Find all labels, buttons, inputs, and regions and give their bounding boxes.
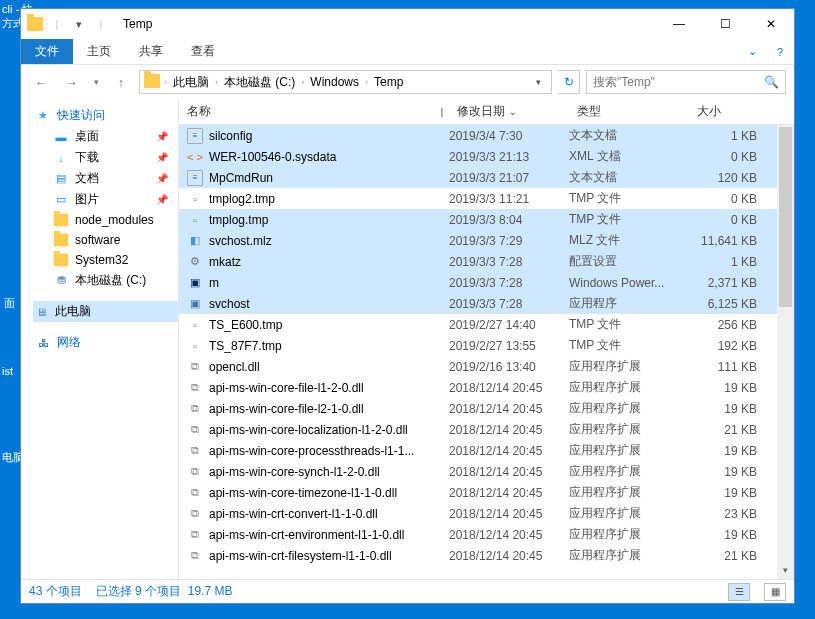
file-row[interactable]: ⧉api-ms-win-crt-filesystem-l1-1-0.dll201… [179, 545, 794, 566]
breadcrumb-windows[interactable]: Windows [308, 75, 361, 89]
tab-home[interactable]: 主页 [73, 39, 125, 64]
file-row[interactable]: ⧉api-ms-win-core-file-l1-2-0.dll2018/12/… [179, 377, 794, 398]
maximize-button[interactable]: ☐ [702, 9, 748, 39]
file-row[interactable]: ⚙mkatz2019/3/3 7:28配置设置1 KB [179, 251, 794, 272]
column-name[interactable]: 名称| [179, 103, 449, 120]
file-date: 2019/3/3 7:28 [449, 276, 569, 290]
sidebar-item[interactable]: ↓下载📌 [35, 147, 178, 168]
pin-icon: 📌 [156, 194, 168, 205]
file-date: 2019/3/3 7:28 [449, 255, 569, 269]
file-size: 19 KB [689, 444, 769, 458]
tab-file[interactable]: 文件 [21, 39, 73, 64]
breadcrumb-sep: › [301, 77, 304, 87]
view-icons-button[interactable]: ▦ [764, 583, 786, 601]
file-row[interactable]: ⧉api-ms-win-crt-convert-l1-1-0.dll2018/1… [179, 503, 794, 524]
file-row[interactable]: ▫TS_E600.tmp2019/2/27 14:40TMP 文件256 KB [179, 314, 794, 335]
sidebar-item-label: 图片 [75, 191, 99, 208]
qat-dropdown[interactable]: ▾ [71, 16, 87, 32]
tab-share[interactable]: 共享 [125, 39, 177, 64]
file-row[interactable]: ▣m2019/3/3 7:28Windows Power...2,371 KB [179, 272, 794, 293]
file-row[interactable]: ▫tmplog.tmp2019/3/3 8:04TMP 文件0 KB [179, 209, 794, 230]
folder-icon [144, 74, 160, 91]
sidebar-item[interactable]: ▬桌面📌 [35, 126, 178, 147]
breadcrumb-root[interactable]: 此电脑 [171, 74, 211, 91]
file-name: TS_E600.tmp [209, 318, 282, 332]
close-button[interactable]: ✕ [748, 9, 794, 39]
file-date: 2019/3/3 7:29 [449, 234, 569, 248]
up-button[interactable]: ↑ [109, 70, 133, 94]
star-icon: ★ [35, 108, 51, 124]
status-bar: 43 个项目 已选择 9 个项目 19.7 MB ☰ ▦ [21, 579, 794, 603]
sidebar-item[interactable]: ⛃本地磁盘 (C:) [35, 270, 178, 291]
file-name: api-ms-win-core-timezone-l1-1-0.dll [209, 486, 397, 500]
file-row[interactable]: ⧉api-ms-win-core-synch-l1-2-0.dll2018/12… [179, 461, 794, 482]
file-name: mkatz [209, 255, 241, 269]
file-row[interactable]: ⧉api-ms-win-core-processthreads-l1-1...2… [179, 440, 794, 461]
file-row[interactable]: ⧉opencl.dll2019/2/16 13:40应用程序扩展111 KB [179, 356, 794, 377]
scrollbar-vertical[interactable]: ▴ ▾ [777, 125, 794, 579]
file-row[interactable]: < >WER-100546-0.sysdata2019/3/3 21:13XML… [179, 146, 794, 167]
file-date: 2019/3/4 7:30 [449, 129, 569, 143]
sidebar-quick-label: 快速访问 [57, 107, 105, 124]
pin-icon: 📌 [156, 131, 168, 142]
file-name: TS_87F7.tmp [209, 339, 282, 353]
tab-view[interactable]: 查看 [177, 39, 229, 64]
file-row[interactable]: ≡silconfig2019/3/4 7:30文本文檔1 KB [179, 125, 794, 146]
view-details-button[interactable]: ☰ [728, 583, 750, 601]
column-type[interactable]: 类型 [569, 103, 689, 120]
scrollbar-thumb[interactable] [779, 127, 792, 307]
file-size: 21 KB [689, 549, 769, 563]
file-name: tmplog2.tmp [209, 192, 275, 206]
column-size[interactable]: 大小 [689, 103, 769, 120]
minimize-button[interactable]: — [656, 9, 702, 39]
file-row[interactable]: ≡MpCmdRun2019/3/3 21:07文本文檔120 KB [179, 167, 794, 188]
ribbon-expand-icon[interactable]: ⌄ [738, 39, 766, 64]
sidebar-this-pc[interactable]: 🖥 此电脑 [33, 301, 178, 322]
sidebar-item[interactable]: System32 [35, 250, 178, 270]
file-date: 2018/12/14 20:45 [449, 444, 569, 458]
file-icon: ▣ [187, 296, 203, 312]
file-date: 2018/12/14 20:45 [449, 486, 569, 500]
file-size: 19 KB [689, 465, 769, 479]
file-row[interactable]: ◧svchost.mlz2019/3/3 7:29MLZ 文件11,641 KB [179, 230, 794, 251]
file-row[interactable]: ⧉api-ms-win-core-localization-l1-2-0.dll… [179, 419, 794, 440]
file-name: api-ms-win-crt-convert-l1-1-0.dll [209, 507, 378, 521]
file-row[interactable]: ⧉api-ms-win-crt-environment-l1-1-0.dll20… [179, 524, 794, 545]
sidebar-network[interactable]: 🖧 网络 [35, 332, 178, 353]
file-name: opencl.dll [209, 360, 260, 374]
back-button[interactable]: ← [29, 70, 53, 94]
qat-separator: | [93, 16, 109, 32]
refresh-button[interactable]: ↻ [558, 70, 580, 94]
sidebar-item-icon [53, 212, 69, 228]
column-date[interactable]: 修改日期⌄ [449, 103, 569, 120]
sidebar-item[interactable]: ▤文档📌 [35, 168, 178, 189]
file-date: 2019/2/27 13:55 [449, 339, 569, 353]
breadcrumb-temp[interactable]: Temp [372, 75, 405, 89]
sidebar-item[interactable]: ▭图片📌 [35, 189, 178, 210]
file-date: 2018/12/14 20:45 [449, 507, 569, 521]
help-icon[interactable]: ? [766, 39, 794, 64]
file-row[interactable]: ▫TS_87F7.tmp2019/2/27 13:55TMP 文件192 KB [179, 335, 794, 356]
scroll-down-icon[interactable]: ▾ [777, 562, 794, 579]
forward-button[interactable]: → [59, 70, 83, 94]
address-dropdown[interactable]: ▾ [529, 77, 547, 87]
title-bar[interactable]: | ▾ | Temp — ☐ ✕ [21, 9, 794, 39]
file-row[interactable]: ▣svchost2019/3/3 7:28应用程序6,125 KB [179, 293, 794, 314]
file-row[interactable]: ▫tmplog2.tmp2019/3/3 11:21TMP 文件0 KB [179, 188, 794, 209]
file-row[interactable]: ⧉api-ms-win-core-file-l2-1-0.dll2018/12/… [179, 398, 794, 419]
sidebar-item-icon [53, 232, 69, 248]
file-type: 应用程序扩展 [569, 526, 689, 543]
breadcrumb-drive[interactable]: 本地磁盘 (C:) [222, 74, 297, 91]
history-dropdown[interactable]: ▾ [89, 70, 103, 94]
sidebar-item[interactable]: node_modules [35, 210, 178, 230]
file-icon: ▫ [187, 338, 203, 354]
breadcrumb[interactable]: › 此电脑 › 本地磁盘 (C:) › Windows › Temp ▾ [139, 70, 552, 94]
sidebar-quick-access[interactable]: ★ 快速访问 [35, 105, 178, 126]
search-input[interactable]: 搜索"Temp" 🔍 [586, 70, 786, 94]
file-type: 应用程序扩展 [569, 547, 689, 564]
sort-desc-icon: ⌄ [509, 107, 517, 117]
file-row[interactable]: ⧉api-ms-win-core-timezone-l1-1-0.dll2018… [179, 482, 794, 503]
status-selected: 已选择 9 个项目 19.7 MB [96, 583, 233, 600]
sidebar-item[interactable]: software [35, 230, 178, 250]
file-type: 应用程序扩展 [569, 379, 689, 396]
